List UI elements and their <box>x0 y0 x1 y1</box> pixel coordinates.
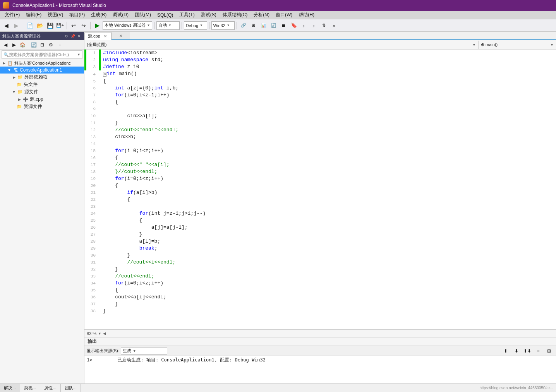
output-source-dropdown[interactable]: 生成 ▼ <box>121 347 167 355</box>
menu-debug[interactable]: 调试(D) <box>110 11 132 19</box>
project-expand-icon: ▼ <box>6 68 12 72</box>
main-layout: 解决方案资源管理器 ⟳ 📌 ✕ ◀ ▶ 🏠 🔄 ⊟ ⚙ → 🔍 ▼ ▶ <box>0 32 556 383</box>
menu-team[interactable]: 团队(M) <box>132 11 154 19</box>
platform-dropdown[interactable]: Win32 ▼ <box>211 21 235 30</box>
toolbar-btn-14[interactable]: ⇅ <box>319 21 329 30</box>
tree-item-project[interactable]: ▼ 🏗 ConsoleApplication1 <box>0 67 84 74</box>
toolbar-btn-11[interactable]: ⏹ <box>279 21 288 30</box>
output-btn-4[interactable]: ≡ <box>534 346 543 356</box>
resources-label: 资源文件 <box>24 103 42 110</box>
debug-config-dropdown-arrow: ▼ <box>200 24 203 27</box>
se-home-btn[interactable]: 🏠 <box>19 41 26 49</box>
menu-sql[interactable]: SQL(Q) <box>154 11 176 19</box>
se-settings-btn[interactable]: ⚙ <box>47 41 55 49</box>
tree-item-solution[interactable]: ▶ 📋 解决方案'ConsoleApplicationc <box>0 60 84 67</box>
code-line-2: 2 using namespace std; <box>86 56 556 63</box>
open-file-button[interactable]: 📂 <box>35 21 45 30</box>
extdeps-expand-icon: ▶ <box>11 75 17 79</box>
menu-project[interactable]: 项目(P) <box>66 11 88 19</box>
se-back-btn[interactable]: ◀ <box>2 41 9 49</box>
zoom-dropdown-arrow[interactable]: ▼ <box>98 332 101 336</box>
menu-test[interactable]: 测试(S) <box>198 11 220 19</box>
toolbar-btn-10[interactable]: 🔄 <box>269 21 278 30</box>
bottom-tab-classview[interactable]: 类视... <box>20 384 40 392</box>
menu-tools[interactable]: 工具(T) <box>176 11 197 19</box>
panel-pin-icon[interactable]: 📌 <box>70 34 76 38</box>
toolbar-btn-13[interactable]: ↕ <box>309 21 319 30</box>
search-icon: 🔍 <box>3 52 9 57</box>
output-panel: 输出 显示输出来源(S): 生成 ▼ ⬆ ⬇ ⬆⬇ ≡ ⊞ 1>----- <box>84 337 556 383</box>
search-dropdown-icon[interactable]: ▼ <box>77 53 81 56</box>
output-source-label: 显示输出来源(S): <box>87 348 119 354</box>
scope-right-dropdown[interactable]: ⊕ main() ▼ <box>479 41 556 49</box>
se-filter-btn[interactable]: ⊟ <box>38 41 46 49</box>
tree-item-source-cpp[interactable]: ▶ ➕ 源.cpp <box>0 96 84 103</box>
solution-expand-icon: ▶ <box>1 61 7 65</box>
toolbar-row1: ◀ ▶ 📄 📂 💾 💾+ ↩ ↪ ▶ 本地 Windows 调试器 ▼ 自动 ▼… <box>0 19 556 32</box>
menu-file[interactable]: 文件(F) <box>2 11 23 19</box>
output-btn-3[interactable]: ⬆⬇ <box>523 346 532 356</box>
toolbar-btn-15[interactable]: » <box>329 21 339 30</box>
menu-view[interactable]: 视图(V) <box>45 11 66 19</box>
scope-left-dropdown[interactable]: (全局范围) ▼ <box>84 41 479 49</box>
scope-left-arrow: ▼ <box>472 43 476 47</box>
toolbar-btn-8[interactable]: ⊞ <box>249 21 258 30</box>
attach-button[interactable]: 🔗 <box>239 21 248 30</box>
panel-close-icon[interactable]: ✕ <box>76 34 82 38</box>
se-right-arrow[interactable]: → <box>55 41 63 49</box>
menu-analyze[interactable]: 分析(N) <box>251 11 273 19</box>
code-line-19: 19 for(i=0;i<z;i++) <box>86 175 556 182</box>
toolbar-btn-9[interactable]: 📊 <box>259 21 268 30</box>
extdeps-label: 外部依赖项 <box>24 74 48 80</box>
bookmark-button[interactable]: 🔖 <box>289 21 299 30</box>
save-all-button[interactable]: 💾+ <box>55 21 65 30</box>
zoom-left-arrow[interactable]: ◀ <box>103 331 106 336</box>
tree-item-resources[interactable]: 📁 资源文件 <box>0 103 84 110</box>
resources-icon: 📁 <box>16 104 22 110</box>
debug-target-dropdown[interactable]: 本地 Windows 调试器 ▼ <box>103 21 152 30</box>
se-refresh-btn[interactable]: 🔄 <box>30 41 38 49</box>
solution-label: 解决方案'ConsoleApplicationc <box>14 60 71 66</box>
auto-dropdown[interactable]: 自动 ▼ <box>156 21 180 30</box>
menu-help[interactable]: 帮助(H) <box>295 11 317 19</box>
menu-build[interactable]: 生成(B) <box>88 11 110 19</box>
title-bar-text: ConsoleApplication1 - Microsoft Visual S… <box>12 3 106 8</box>
tree-item-headers[interactable]: 📁 头文件 <box>0 81 84 88</box>
search-input[interactable] <box>9 52 77 57</box>
debug-config-dropdown[interactable]: Debug ▼ <box>184 21 207 30</box>
se-forward-btn[interactable]: ▶ <box>10 41 18 49</box>
bottom-tab-team[interactable]: 团队... <box>61 384 81 392</box>
code-line-17: 17 //cout<<" "<<a[i]; <box>86 161 556 168</box>
code-line-36: 36 cout<<a[i]<<endl; <box>86 294 556 301</box>
redo-button[interactable]: ↪ <box>79 21 88 30</box>
menu-window[interactable]: 窗口(W) <box>273 11 295 19</box>
tree-item-source-files[interactable]: ▼ 📁 源文件 <box>0 88 84 96</box>
code-editor[interactable]: 1 #include<iostream> 2 using namespace s… <box>84 50 556 329</box>
tab-source-cpp-close[interactable]: ✕ <box>103 34 108 39</box>
toolbar-btn-12[interactable]: ↕ <box>299 21 309 30</box>
new-file-button[interactable]: 📄 <box>25 21 34 30</box>
tree-item-external-deps[interactable]: ▶ 📁 外部依赖项 <box>0 74 84 81</box>
tab-second-close[interactable]: ✕ <box>118 33 124 39</box>
toolbar-separator-5 <box>182 22 182 29</box>
code-line-33: 33 //cout<<endl; <box>86 273 556 280</box>
code-content[interactable]: 1 #include<iostream> 2 using namespace s… <box>86 50 556 329</box>
panel-sync-icon[interactable]: ⟳ <box>64 34 69 38</box>
output-btn-1[interactable]: ⬆ <box>501 346 510 356</box>
forward-button[interactable]: ▶ <box>12 21 21 30</box>
undo-button[interactable]: ↩ <box>69 21 78 30</box>
output-btn-2[interactable]: ⬇ <box>512 346 521 356</box>
output-btn-5[interactable]: ⊞ <box>544 346 554 356</box>
tab-second[interactable]: ✕ <box>112 32 130 39</box>
back-button[interactable]: ◀ <box>2 21 11 30</box>
bottom-tab-properties[interactable]: 属性... <box>40 384 60 392</box>
save-button[interactable]: 💾 <box>45 21 55 30</box>
menu-edit[interactable]: 编辑(E) <box>23 11 45 19</box>
tab-source-cpp[interactable]: 源.cpp ✕ <box>84 33 112 40</box>
solution-explorer-search[interactable]: 🔍 ▼ <box>2 50 82 59</box>
se-separator <box>28 42 28 48</box>
menu-architecture[interactable]: 体系结构(C) <box>220 11 251 19</box>
bottom-tab-solution[interactable]: 解决... <box>0 384 20 392</box>
start-debug-button[interactable]: ▶ <box>93 21 102 30</box>
code-line-15: 15 for(i=0;i<z;i++) <box>86 147 556 154</box>
